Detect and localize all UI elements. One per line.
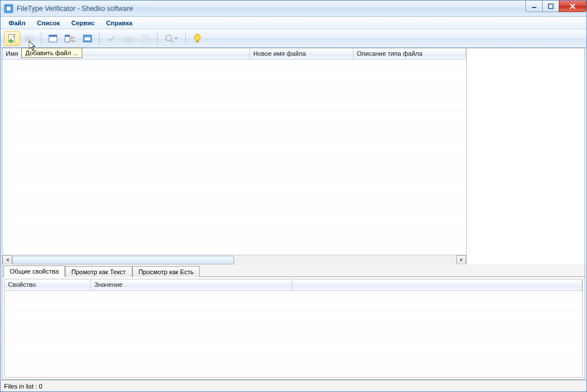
scroll-thumb[interactable] <box>12 256 234 264</box>
toolbar: Re ExSa Добавить файл ... <box>1 29 586 48</box>
scroll-left-button[interactable] <box>2 255 12 265</box>
svg-point-16 <box>124 37 128 42</box>
toolbar-separator <box>99 32 100 45</box>
svg-line-22 <box>171 40 173 43</box>
view-preview-button[interactable] <box>79 31 96 46</box>
column-header-property[interactable]: Свойство <box>5 279 91 290</box>
properties-grid: Свойство Значение <box>4 279 583 378</box>
preview-pane <box>467 48 585 264</box>
report-button[interactable] <box>138 31 154 46</box>
svg-rect-9 <box>49 35 57 37</box>
menu-help[interactable]: Справка <box>101 18 137 28</box>
menu-file[interactable]: Файл <box>4 18 30 28</box>
scroll-track[interactable] <box>12 255 456 265</box>
check-button[interactable] <box>103 31 119 46</box>
menubar: Файл Список Сервис Справка <box>1 17 586 29</box>
maximize-button[interactable] <box>542 1 559 12</box>
file-grid: Имя Новое имя файла Описание типа файла <box>2 48 467 264</box>
svg-text:Re: Re <box>26 37 32 41</box>
zoom-button[interactable] <box>161 31 182 46</box>
tooltip-add-file: Добавить файл ... <box>21 48 82 58</box>
view-list-button[interactable] <box>45 31 61 46</box>
column-header-newname[interactable]: Новое имя файла <box>250 48 353 59</box>
horizontal-scrollbar[interactable] <box>2 255 466 264</box>
properties-header: Свойство Значение <box>5 279 582 291</box>
menu-service[interactable]: Сервис <box>67 18 99 28</box>
scroll-right-button[interactable] <box>456 255 466 265</box>
column-header-empty[interactable] <box>292 279 582 290</box>
upper-pane: Имя Новое имя файла Описание типа файла <box>2 48 585 264</box>
tab-view-text[interactable]: Промотр как Текст <box>65 266 132 277</box>
svg-point-17 <box>128 37 133 42</box>
svg-rect-24 <box>196 41 199 43</box>
toolbar-separator <box>41 32 41 45</box>
svg-point-23 <box>195 34 200 41</box>
svg-point-21 <box>166 35 171 41</box>
svg-text:Sa: Sa <box>71 39 75 43</box>
menu-list[interactable]: Список <box>32 18 64 28</box>
binoculars-button[interactable] <box>120 31 136 46</box>
svg-rect-15 <box>85 37 90 40</box>
add-file-button[interactable] <box>4 31 20 46</box>
app-icon <box>4 4 13 13</box>
tab-general[interactable]: Общие свойства <box>3 266 65 277</box>
lower-pane: Общие свойства Промотр как Текст Просмот… <box>2 264 585 379</box>
svg-rect-11 <box>65 35 70 37</box>
chevron-down-icon <box>174 36 178 41</box>
svg-rect-1 <box>532 7 536 8</box>
tip-button[interactable] <box>189 31 205 46</box>
statusbar: Files in list : 0 <box>1 380 586 391</box>
window-title: FileType Verificator - Shedko software <box>17 5 133 13</box>
rename-button[interactable]: Re <box>21 31 37 46</box>
column-header-value[interactable]: Значение <box>91 279 292 290</box>
tabstrip: Общие свойства Промотр как Текст Просмот… <box>2 264 585 277</box>
toolbar-separator <box>157 32 158 45</box>
view-exsa-button[interactable]: ExSa <box>62 31 78 46</box>
grid-body[interactable] <box>2 60 466 255</box>
svg-rect-2 <box>548 4 553 9</box>
close-button[interactable] <box>559 1 586 12</box>
toolbar-separator <box>185 32 186 45</box>
window-controls <box>526 1 586 12</box>
properties-body[interactable] <box>5 291 582 377</box>
tab-view-asis[interactable]: Просмотр как Есть <box>132 266 200 277</box>
column-header-typedesc[interactable]: Описание типа файла <box>353 48 466 59</box>
status-files-count: Files in list : 0 <box>4 383 43 390</box>
content-area: Имя Новое имя файла Описание типа файла … <box>2 48 585 380</box>
main-window: FileType Verificator - Shedko software Ф… <box>0 0 587 392</box>
svg-rect-0 <box>6 6 11 11</box>
svg-rect-5 <box>9 40 13 41</box>
minimize-button[interactable] <box>525 1 543 12</box>
titlebar[interactable]: FileType Verificator - Shedko software <box>1 1 586 17</box>
